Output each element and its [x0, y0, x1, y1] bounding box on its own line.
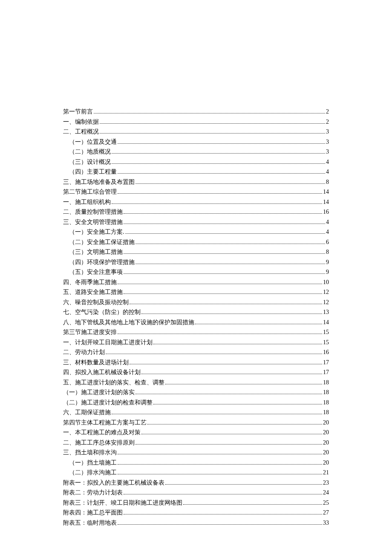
toc-entry-label: （三）设计概况	[69, 157, 111, 167]
toc-entry[interactable]: 八、地下管线及其他地上地下设施的保护加固措施14	[63, 317, 329, 328]
toc-entry-page: 14	[323, 197, 329, 207]
toc-entry[interactable]: 六、噪音控制及振动控制12	[63, 297, 329, 308]
toc-entry[interactable]: 二、施工工序总体安排原则20	[63, 438, 329, 448]
toc-entry-page: 4	[326, 217, 329, 227]
toc-entry[interactable]: （一）施工进度计划的落实18	[63, 387, 329, 398]
toc-entry[interactable]: （一）挡土墙施工20	[63, 458, 329, 468]
toc-entry[interactable]: 四、拟投入施工机械设备计划17	[63, 367, 329, 378]
toc-entry-label: 三、挡土墙和排水沟	[63, 447, 117, 458]
toc-entry-label: 第二节施工综合管理	[63, 187, 117, 197]
toc-entry[interactable]: 三、安全文明管理措施4	[63, 217, 329, 227]
toc-entry[interactable]: 二、质量控制管理措施16	[63, 207, 329, 217]
toc-leader-dots	[100, 133, 325, 134]
toc-leader-dots	[130, 364, 322, 364]
toc-entry[interactable]: 附表一：拟投入的主要施工机械设备表23	[63, 478, 329, 488]
toc-entry[interactable]: 第一节前言2	[63, 107, 329, 117]
toc-entry-label: 三、施工场地准备及布置图	[63, 177, 135, 187]
toc-leader-dots	[141, 314, 322, 314]
toc-entry[interactable]: （一）位置及交通3	[63, 137, 329, 147]
toc-leader-dots	[135, 444, 322, 445]
toc-entry[interactable]: 第三节施工进度安排15	[63, 327, 329, 337]
toc-leader-dots	[165, 484, 322, 485]
toc-leader-dots	[118, 284, 322, 284]
toc-entry-page: 33	[323, 518, 329, 528]
toc-entry-label: 一、施工组织机构	[63, 197, 111, 207]
toc-entry[interactable]: （二）排水沟施工21	[63, 468, 329, 478]
toc-entry[interactable]: 附表二：劳动力计划表24	[63, 488, 329, 498]
toc-entry-label: 二、质量控制管理措施	[63, 207, 123, 217]
toc-entry-label: 第三节施工进度安排	[63, 327, 117, 337]
toc-entry[interactable]: （二）地质概况3	[63, 147, 329, 157]
toc-entry[interactable]: 六、工期保证措施18	[63, 407, 329, 418]
toc-entry-page: 20	[323, 418, 329, 428]
toc-entry[interactable]: （三）设计概况4	[63, 157, 329, 167]
toc-entry-page: 17	[323, 357, 329, 368]
toc-entry[interactable]: 二、劳动力计划16	[63, 347, 329, 357]
toc-entry[interactable]: （三）文明施工措施8	[63, 247, 329, 257]
toc-entry[interactable]: 五、施工进度计划的落实、检查、调整18	[63, 378, 329, 388]
toc-leader-dots	[124, 273, 325, 274]
toc-entry[interactable]: 二、工程概况3	[63, 127, 329, 137]
toc-entry[interactable]: 七、空气污染（防尘）的控制13	[63, 307, 329, 317]
toc-entry[interactable]: 附表四：施工总平面图27	[63, 508, 329, 518]
toc-entry-page: 20	[323, 438, 329, 448]
toc-entry[interactable]: 三、挡土墙和排水沟20	[63, 447, 329, 458]
toc-entry-page: 14	[323, 317, 329, 328]
toc-leader-dots	[147, 424, 322, 424]
toc-entry-page: 2	[326, 117, 329, 127]
toc-leader-dots	[135, 264, 325, 264]
toc-entry-page: 2	[326, 107, 329, 117]
toc-leader-dots	[141, 374, 322, 374]
toc-leader-dots	[106, 354, 322, 354]
toc-entry-page: 3	[326, 137, 329, 147]
toc-entry[interactable]: （二）安全施工保证措施6	[63, 237, 329, 247]
toc-entry[interactable]: （一）安全施工方案.4	[63, 227, 329, 237]
toc-entry-page: 21	[323, 468, 329, 478]
toc-entry-page: 18	[323, 398, 329, 408]
toc-entry[interactable]: 一、施工组织机构14	[63, 197, 329, 207]
toc-entry[interactable]: 三、施工场地准备及布置图8	[63, 177, 329, 187]
toc-entry[interactable]: 一、计划开竣工日期施工进度计划15	[63, 337, 329, 348]
toc-entry-label: 附表一：拟投入的主要施工机械设备表	[63, 478, 164, 488]
toc-entry[interactable]: （四）主要工程量4	[63, 167, 329, 177]
toc-entry-page: 20	[323, 458, 329, 468]
toc-entry-page: 24	[323, 488, 329, 498]
toc-entry-label: （五）安全注意事项	[69, 267, 123, 277]
toc-leader-dots	[112, 414, 322, 414]
toc-leader-dots	[153, 404, 322, 404]
toc-entry[interactable]: 三、材料数量及进场计划17	[63, 357, 329, 368]
toc-entry[interactable]: （四）环境保护管理措施9	[63, 257, 329, 267]
toc-entry-page: 12	[323, 287, 329, 297]
toc-entry[interactable]: 一、本工程施工的难点及对策20	[63, 427, 329, 438]
toc-entry[interactable]: 附表三：计划开、竣工日期和施工进度网络图25	[63, 498, 329, 508]
toc-leader-dots	[118, 143, 325, 144]
toc-entry-label: 五、施工进度计划的落实、检查、调整	[63, 378, 164, 388]
document-page: 第一节前言2一、编制依据2二、工程概况3（一）位置及交通3（二）地质概况3（三）…	[0, 0, 392, 555]
toc-entry-page: 18	[323, 387, 329, 398]
toc-entry[interactable]: 第二节施工综合管理14	[63, 187, 329, 197]
toc-entry[interactable]: 一、编制依据2	[63, 117, 329, 127]
toc-entry[interactable]: 四、冬雨季施工措施10	[63, 277, 329, 288]
toc-leader-dots	[94, 113, 325, 113]
toc-entry[interactable]: （五）安全注意事项9	[63, 267, 329, 277]
toc-leader-dots	[124, 494, 322, 494]
toc-leader-dots	[118, 454, 322, 454]
toc-entry-label: （二）安全施工保证措施	[69, 237, 135, 247]
toc-leader-dots	[124, 293, 322, 294]
toc-entry-label: 五、道路安全施工措施	[63, 287, 123, 297]
toc-leader-dots	[112, 163, 325, 164]
toc-entry[interactable]: 第四节主体工程施工方案与工艺20	[63, 418, 329, 428]
toc-entry-label: 附表二：劳动力计划表	[63, 488, 123, 498]
toc-leader-dots	[124, 213, 322, 214]
toc-entry[interactable]: （二）施工进度计划的检查和调整18	[63, 398, 329, 408]
toc-leader-dots	[153, 344, 322, 344]
toc-entry-page: 9	[326, 267, 329, 277]
toc-entry-page: 18	[323, 407, 329, 418]
toc-leader-dots	[130, 304, 322, 304]
table-of-contents: 第一节前言2一、编制依据2二、工程概况3（一）位置及交通3（二）地质概况3（三）…	[63, 107, 329, 528]
toc-entry-label: 第四节主体工程施工方案与工艺	[63, 418, 147, 428]
toc-entry-label: （二）施工进度计划的检查和调整	[63, 398, 153, 408]
toc-entry-label: 一、编制依据	[63, 117, 99, 127]
toc-entry[interactable]: 附表五：临时用地表33	[63, 518, 329, 528]
toc-entry[interactable]: 五、道路安全施工措施12	[63, 287, 329, 297]
